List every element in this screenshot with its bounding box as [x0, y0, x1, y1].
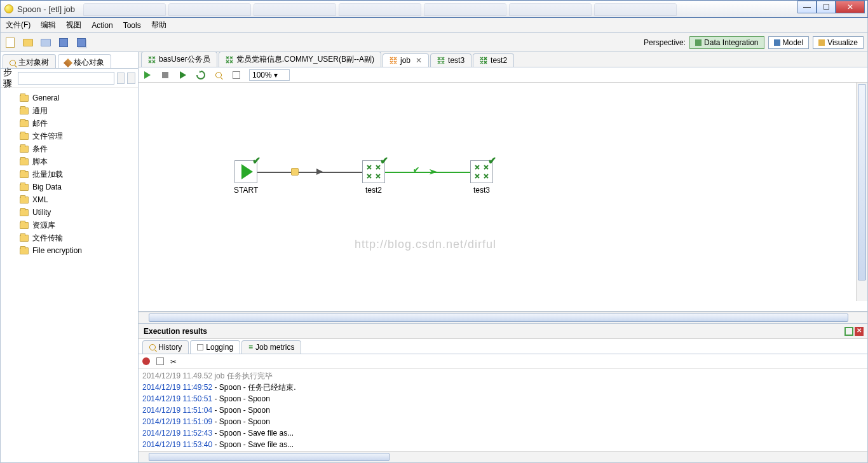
canvas-hscroll[interactable] — [139, 312, 867, 323]
log-message: - Spoon - Save file as... — [212, 440, 294, 449]
check-icon: ✔ — [488, 155, 496, 167]
log-icon — [197, 344, 203, 350]
folder-icon — [20, 197, 29, 204]
node-start[interactable]: ✔ START — [234, 160, 258, 195]
perspective-visualize[interactable]: Visualize — [813, 36, 864, 49]
tree-item-label: Utility — [32, 208, 51, 217]
log-timestamp: 2014/12/19 11:52:43 — [142, 429, 212, 438]
open-icon — [23, 39, 33, 46]
tree-item[interactable]: 文件传输 — [1, 232, 138, 244]
impact-button[interactable] — [231, 70, 241, 80]
results-tab-logging[interactable]: Logging — [190, 340, 240, 354]
tree-item[interactable]: File encryption — [1, 244, 138, 257]
perspective-model[interactable]: Model — [768, 36, 810, 49]
tree-item-label: Big Data — [32, 183, 62, 191]
tree-item[interactable]: 文件管理 — [1, 130, 138, 142]
tree-item[interactable]: 脚本 — [1, 155, 138, 168]
tree-item-label: General — [32, 93, 60, 102]
editor-tab[interactable]: job✕ — [383, 53, 429, 67]
collapse-button[interactable] — [127, 73, 135, 84]
zoom-select[interactable]: 100% ▾ — [249, 69, 290, 81]
replay-button[interactable] — [196, 70, 206, 80]
tree-item[interactable]: 邮件 — [1, 117, 138, 130]
tree-item[interactable]: 批量加载 — [1, 168, 138, 181]
close-icon[interactable]: ✕ — [416, 56, 422, 65]
editor-tab[interactable]: 党员党籍信息.COMMY_USER(B副--A副) — [219, 52, 381, 67]
node-test2[interactable]: ✔ test2 — [362, 160, 385, 195]
editor-tab[interactable]: test3 — [430, 53, 471, 67]
close-button[interactable]: ✕ — [836, 1, 865, 13]
save-icon — [59, 38, 68, 47]
pause-button[interactable] — [160, 70, 170, 80]
log-timestamp: 2014/12/19 11:50:51 — [142, 394, 212, 403]
canvas-vscroll[interactable] — [856, 83, 867, 301]
results-tab-history[interactable]: History — [142, 340, 189, 354]
tree-item[interactable]: XML — [1, 193, 138, 206]
verify-button[interactable] — [214, 70, 224, 80]
log-line: 2014/12/19 11:53:40 - Spoon - Save file … — [142, 439, 864, 450]
play-alt-icon — [180, 71, 186, 79]
lock-icon — [291, 168, 299, 176]
tree-item[interactable]: Utility — [1, 206, 138, 219]
menu-file[interactable]: 文件(F) — [6, 20, 31, 31]
tree-item[interactable]: 条件 — [1, 142, 138, 155]
log-area[interactable]: 2014/12/19 11.49.52 job 任务执行完毕 2014/12/1… — [139, 368, 867, 451]
results-close-button[interactable]: ✕ — [855, 327, 864, 336]
menu-action[interactable]: Action — [92, 21, 112, 30]
log-message: - Spoon - Save file as... — [212, 429, 294, 438]
editor-tabs: basUser公务员党员党籍信息.COMMY_USER(B副--A副)job✕t… — [139, 52, 867, 67]
log-hscroll[interactable] — [139, 451, 867, 462]
log-clear-button[interactable] — [156, 357, 164, 365]
tree-item[interactable]: General — [1, 92, 138, 104]
explore-button[interactable] — [40, 37, 51, 48]
hop-start-test2[interactable] — [257, 172, 369, 173]
saveas-button[interactable] — [76, 37, 87, 48]
os-task-tabs — [83, 3, 677, 16]
editor-tab-label: job — [400, 56, 410, 65]
tab-icon — [148, 56, 156, 64]
menu-tools[interactable]: Tools — [123, 21, 141, 30]
db-impact-icon — [233, 71, 240, 79]
run-options-button[interactable] — [178, 70, 188, 80]
folder-icon — [20, 235, 29, 242]
log-settings-button[interactable]: ✂ — [170, 357, 178, 365]
minimize-button[interactable]: — — [797, 1, 817, 13]
tree-item[interactable]: 资源库 — [1, 219, 138, 232]
new-button[interactable] — [4, 37, 16, 48]
results-title: Execution results — [144, 327, 207, 336]
steps-tree[interactable]: General通用邮件文件管理条件脚本批量加载Big DataXMLUtilit… — [1, 88, 138, 462]
log-stop-button[interactable] — [142, 357, 150, 365]
menu-view[interactable]: 视图 — [66, 20, 81, 31]
folder-icon — [20, 133, 29, 140]
folder-icon — [20, 107, 29, 114]
open-button[interactable] — [22, 37, 34, 48]
tab-icon — [437, 57, 445, 64]
metrics-icon: ≡ — [248, 343, 253, 352]
tree-item[interactable]: 通用 — [1, 104, 138, 117]
save-button[interactable] — [58, 37, 69, 48]
results-tab-metrics[interactable]: ≡Job metrics — [241, 340, 301, 354]
node-test3[interactable]: ✔ test3 — [470, 160, 493, 195]
sidebar-tab-core[interactable]: 核心对象 — [58, 54, 111, 68]
editor-tab[interactable]: basUser公务员 — [141, 52, 217, 67]
job-canvas[interactable]: ✔ ➤ ✔ START ✔ test2 ✔ test3 http://blog.… — [139, 83, 867, 312]
perspective-data-integration[interactable]: Data Integration — [689, 36, 764, 49]
log-line-partial: 2014/12/19 11.49.52 job 任务执行完毕 — [142, 370, 864, 382]
editor-tab-label: test2 — [491, 56, 507, 65]
folder-icon — [20, 158, 29, 165]
menu-edit[interactable]: 编辑 — [41, 20, 56, 31]
menu-help[interactable]: 帮助 — [151, 20, 166, 31]
steps-filter-input[interactable] — [18, 72, 114, 85]
run-button[interactable] — [142, 70, 153, 80]
tree-item-label: 条件 — [32, 144, 48, 155]
tree-item[interactable]: Big Data — [1, 181, 138, 193]
check-icon: ✔ — [252, 155, 261, 167]
menu-bar: 文件(F) 编辑 视图 Action Tools 帮助 — [0, 18, 868, 33]
editor-tab[interactable]: test2 — [473, 53, 514, 67]
expand-button[interactable] — [117, 73, 125, 84]
folder-icon — [20, 120, 29, 127]
log-timestamp: 2014/12/19 11:53:40 — [142, 440, 212, 449]
results-max-button[interactable] — [844, 327, 853, 336]
folder-icon — [20, 184, 29, 191]
maximize-button[interactable]: ☐ — [817, 1, 836, 13]
